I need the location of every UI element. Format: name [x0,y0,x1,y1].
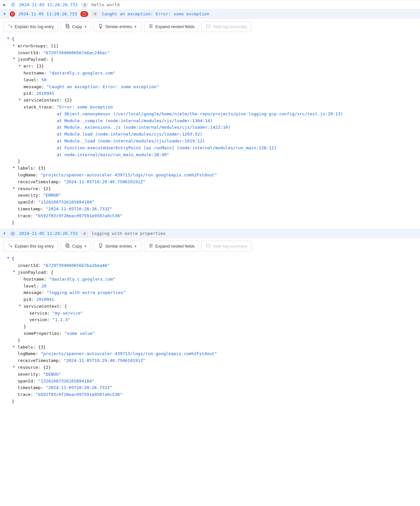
log-message: hello world [91,2,120,7]
json-string-value[interactable]: "Error: some exception at Object.<anonym… [57,104,343,158]
expand-chevron-icon[interactable] [3,3,7,7]
json-string-value[interactable]: "my-service" [52,310,83,317]
tree-toggle-icon[interactable] [6,255,10,260]
expand-nested-button[interactable]: Expand nested fields [144,241,199,252]
copy-button[interactable]: Copy ▼ [61,241,91,252]
json-key[interactable]: hostname: [24,70,46,77]
json-key[interactable]: trace: [18,391,33,398]
json-key[interactable]: logName: [18,172,38,179]
json-key[interactable]: receiveTimestamp: [18,357,61,364]
tree-toggle-icon[interactable] [12,43,16,47]
json-key[interactable]: errorGroups: [18,43,48,50]
json-string-value[interactable]: "2024-11-05T10:28:26.733Z" [46,206,112,213]
json-key[interactable]: insertId: [18,262,40,269]
json-key[interactable]: severity: [18,371,40,378]
json-key[interactable]: stack_trace: [24,104,54,111]
json-key[interactable]: jsonPayload: [18,56,48,63]
tree-toggle-icon[interactable] [12,269,16,274]
json-key[interactable]: err: [24,63,34,70]
json-string-value[interactable]: "1.2.3" [52,317,70,323]
json-key[interactable]: labels: [18,165,36,172]
svg-rect-3 [207,25,210,27]
json-string-value[interactable]: "dastardly.c.googlers.com" [49,70,116,77]
json-key[interactable]: message: [24,84,44,90]
json-key[interactable]: timestamp: [18,384,43,391]
json-string-value[interactable]: "2024-11-05T10:28:26.733Z" [46,384,112,391]
log-row[interactable]: 2024-11-05 11:28:26.733 ≡ logging with e… [0,229,420,238]
json-string-value[interactable]: "6729f3940006567e6ec246ac" [43,50,110,57]
json-key[interactable]: serviceContext: [24,97,62,104]
caret-down-icon: ▼ [134,245,137,248]
json-key[interactable]: spanId: [18,378,36,385]
json-key[interactable]: resource: [18,186,40,192]
json-key[interactable]: timestamp: [18,206,43,213]
expand-nested-button[interactable]: Expand nested fields [144,21,199,32]
json-key[interactable]: trace: [18,213,33,220]
json-key[interactable]: severity: [18,192,40,199]
json-key[interactable]: logName: [18,351,38,357]
tree-toggle-icon[interactable] [12,344,16,349]
tree-toggle-icon[interactable] [18,303,22,308]
trace-icon[interactable]: ≡ [91,11,99,17]
collapse-chevron-icon[interactable] [3,232,7,235]
json-string-value[interactable]: "b592f03c9f28eac097591e9507a0c536" [36,213,122,220]
explain-button[interactable]: Explain this log entry [3,21,58,32]
json-string-value[interactable]: "Caught an exception: Error: some except… [46,84,159,90]
tree-toggle-icon[interactable] [12,165,16,170]
caret-down-icon: ▼ [134,25,137,28]
json-key[interactable]: hostname: [24,276,46,283]
json-string-value[interactable]: "some value" [64,330,95,337]
json-key[interactable]: receiveTimestamp: [18,179,61,186]
json-key[interactable]: serviceContext: [24,303,62,310]
json-number-value[interactable]: 2010941 [36,90,54,97]
json-key[interactable]: resource: [18,364,40,371]
json-key[interactable]: someProperties: [24,330,62,337]
json-string-value[interactable]: "b592f03c9f28eac097591e9507a0c536" [36,391,122,398]
json-key[interactable]: jsonPayload: [18,269,48,276]
json-key[interactable]: pid: [24,296,34,303]
tree-toggle-icon[interactable] [6,36,10,41]
json-string-value[interactable]: "2024-11-05T10:29:40.750610191Z" [64,357,145,364]
explain-button[interactable]: Explain this log entry [3,241,58,252]
json-key[interactable]: labels: [18,344,36,351]
json-summary: {3} [38,344,46,351]
collapse-chevron-icon[interactable] [3,12,7,16]
log-row[interactable]: ⓘ 2024-11-05 11:28:26.733 ≡ hello world [0,0,420,9]
json-string-value[interactable]: "13281067326165894184" [38,199,94,206]
json-key[interactable]: level: [24,283,39,290]
svg-rect-1 [67,25,69,28]
json-key[interactable]: insertId: [18,50,40,57]
json-number-value[interactable]: 2010941 [36,296,54,303]
json-number-value[interactable]: 50 [41,77,47,84]
json-key[interactable]: service: [29,310,50,317]
similar-entries-button[interactable]: Similar entries ▼ [94,21,141,32]
log-row[interactable]: !! 2024-11-05 11:28:26.733 ≡ Caught an e… [0,9,420,18]
json-string-value[interactable]: "projects/spanner-autoscaler-439713/logs… [40,172,217,179]
json-key[interactable]: version: [29,317,50,323]
bulb-icon [98,243,103,249]
copy-button[interactable]: Copy ▼ [61,21,91,32]
json-string-value[interactable]: "2024-11-05T10:29:40.750610191Z" [64,179,145,186]
json-string-value[interactable]: "ERROR" [43,192,61,199]
tree-toggle-icon[interactable] [18,97,22,102]
json-string-value[interactable]: "13281067326165894184" [38,378,94,385]
tree-toggle-icon[interactable] [18,63,22,68]
json-string-value[interactable]: "DEBUG" [43,371,61,378]
trace-icon[interactable]: ≡ [81,231,88,237]
json-key[interactable]: level: [24,77,39,84]
json-key[interactable]: pid: [24,90,34,97]
similar-entries-button[interactable]: Similar entries ▼ [94,241,141,252]
json-key[interactable]: spanId: [18,199,36,206]
json-key[interactable]: message: [24,289,44,296]
tree-toggle-icon[interactable] [12,364,16,369]
tree-toggle-icon[interactable] [12,56,16,61]
json-string-value[interactable]: "dastardly.c.googlers.com" [49,276,116,283]
error-reporting-badge-icon[interactable] [80,11,88,17]
tree-toggle-icon[interactable] [12,186,16,190]
json-string-value[interactable]: "6729f394000656b7ba26ea48" [43,262,110,269]
json-string-value[interactable]: "projects/spanner-autoscaler-439713/logs… [40,351,217,357]
log-timestamp: 2024-11-05 11:28:26.733 [19,231,78,236]
json-number-value[interactable]: 20 [41,283,47,290]
json-string-value[interactable]: "logging with extra properties" [46,289,126,296]
trace-icon[interactable]: ≡ [81,2,88,8]
